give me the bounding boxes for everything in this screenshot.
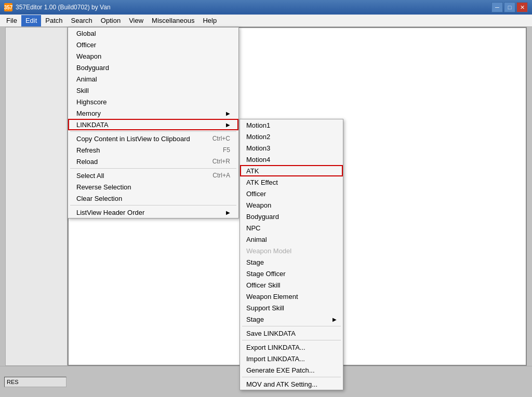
menu-miscellaneous[interactable]: Miscellaneous <box>148 15 198 26</box>
sep3 <box>70 205 236 206</box>
submenu-stage[interactable]: Stage <box>240 256 343 268</box>
menu-item-linkdata[interactable]: LINKDATA ▶ Motion1 Motion2 Motion3 Motio… <box>68 119 238 130</box>
menu-search[interactable]: Search <box>67 15 97 26</box>
submenu-motion1[interactable]: Motion1 <box>240 119 343 131</box>
listview-header-arrow: ▶ <box>226 210 230 215</box>
menu-item-select-all[interactable]: Select All Ctrl+A <box>68 170 238 181</box>
menu-option[interactable]: Option <box>97 15 125 26</box>
menu-item-clear-selection[interactable]: Clear Selection <box>68 193 238 204</box>
sep2 <box>70 168 236 169</box>
close-button[interactable]: ✕ <box>516 2 528 12</box>
submenu-motion4[interactable]: Motion4 <box>240 154 343 165</box>
menu-item-listview-header[interactable]: ListView Header Order ▶ <box>68 207 238 218</box>
submenu-export-linkdata[interactable]: Export LINKDATA... <box>240 341 343 353</box>
submenu-import-linkdata[interactable]: Import LINKDATA... <box>240 353 343 364</box>
menu-edit[interactable]: Edit <box>21 15 41 26</box>
maximize-button[interactable]: □ <box>504 2 515 12</box>
title-bar: 357 357Editor 1.00 (Build0702) by Van ─ … <box>0 0 532 15</box>
menu-patch[interactable]: Patch <box>41 15 66 26</box>
menu-bar: File Edit Patch Search Option View Misce… <box>0 15 532 27</box>
submenu-weapon-model: Weapon Model <box>240 245 343 256</box>
submenu-atk[interactable]: ATK <box>240 165 343 176</box>
title-bar-controls: ─ □ ✕ <box>491 2 528 12</box>
submenu-sep1 <box>242 326 341 326</box>
minimize-button[interactable]: ─ <box>491 2 503 12</box>
edit-dropdown: Global Officer Weapon Bodyguard Animal S… <box>68 27 239 218</box>
submenu-officer[interactable]: Officer <box>240 188 343 199</box>
menu-item-officer-top[interactable]: Officer <box>68 39 238 50</box>
menu-item-copy-listview[interactable]: Copy Content in ListView to Clipboard Ct… <box>68 133 238 144</box>
menu-item-global[interactable]: Global <box>68 28 238 39</box>
menu-help[interactable]: Help <box>198 15 221 26</box>
submenu-officer-skill[interactable]: Officer Skill <box>240 279 343 291</box>
status-text: RES <box>4 377 66 387</box>
menu-item-bodyguard-top[interactable]: Bodyguard <box>68 62 238 73</box>
menu-item-memory[interactable]: Memory ▶ <box>68 107 238 119</box>
submenu-animal[interactable]: Animal <box>240 234 343 245</box>
submenu-weapon[interactable]: Weapon <box>240 199 343 211</box>
title-bar-text: 357Editor 1.00 (Build0702) by Van <box>16 4 491 11</box>
submenu-save-linkdata[interactable]: Save LINKDATA <box>240 327 343 339</box>
menu-item-refresh[interactable]: Refresh F5 <box>68 144 238 156</box>
menu-item-skill-top[interactable]: Skill <box>68 85 238 96</box>
menu-item-reload[interactable]: Reload Ctrl+R <box>68 156 238 167</box>
sep1 <box>70 131 236 132</box>
submenu-sep2 <box>242 340 341 340</box>
submenu-mov-atk[interactable]: MOV and ATK Setting... <box>240 378 343 390</box>
submenu-stage-officer[interactable]: Stage Officer <box>240 268 343 279</box>
submenu-support-skill[interactable]: Support Skill <box>240 302 343 313</box>
submenu-motion3[interactable]: Motion3 <box>240 142 343 154</box>
app-icon: 357 <box>4 3 12 11</box>
submenu-generate-exe[interactable]: Generate EXE Patch... <box>240 364 343 376</box>
menu-item-animal-top[interactable]: Animal <box>68 73 238 85</box>
submenu-atk-effect[interactable]: ATK Effect <box>240 176 343 188</box>
submenu-motion2[interactable]: Motion2 <box>240 131 343 142</box>
left-panel <box>5 27 68 366</box>
menu-item-weapon-top[interactable]: Weapon <box>68 50 238 62</box>
linkdata-submenu: Motion1 Motion2 Motion3 Motion4 ATK ATK … <box>240 119 343 390</box>
menu-view[interactable]: View <box>125 15 148 26</box>
linkdata-arrow: ▶ <box>226 122 230 128</box>
submenu-weapon-element[interactable]: Weapon Element <box>240 291 343 302</box>
menu-item-highscore[interactable]: Highscore <box>68 96 238 107</box>
menu-item-reverse-selection[interactable]: Reverse Selection <box>68 181 238 193</box>
menu-file[interactable]: File <box>2 15 21 26</box>
memory-arrow: ▶ <box>226 111 230 116</box>
submenu-sep3 <box>242 377 341 377</box>
submenu-npc[interactable]: NPC <box>240 222 343 234</box>
stage2-arrow: ▶ <box>332 317 337 322</box>
submenu-bodyguard[interactable]: Bodyguard <box>240 211 343 222</box>
submenu-stage2[interactable]: Stage ▶ <box>240 313 343 325</box>
